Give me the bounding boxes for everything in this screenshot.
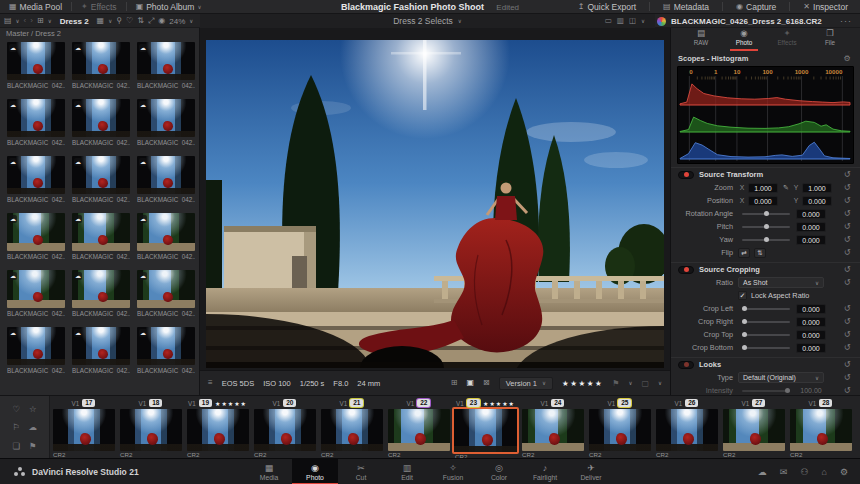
- tab-file[interactable]: ❒File: [815, 29, 845, 50]
- media-thumbnail[interactable]: ☁BLACKMAGIC_042...: [72, 327, 130, 384]
- reset-icon[interactable]: ↺: [841, 304, 853, 313]
- media-thumbnail[interactable]: ☁BLACKMAGIC_042...: [72, 270, 130, 327]
- scopes-settings-icon[interactable]: ⚙: [841, 54, 853, 63]
- media-thumbnail[interactable]: ☁BLACKMAGIC_042...: [7, 213, 65, 270]
- media-thumbnail[interactable]: ☁BLACKMAGIC_042...: [72, 156, 130, 213]
- tag-icon[interactable]: ❏: [12, 441, 20, 451]
- zoom-y-field[interactable]: 1.000: [802, 183, 832, 193]
- collaboration-icon[interactable]: ⚇: [800, 467, 808, 477]
- flag-icon[interactable]: ⚑: [612, 379, 619, 388]
- expand-icon[interactable]: ⤢: [148, 17, 154, 25]
- media-thumbnail[interactable]: ☁BLACKMAGIC_042...: [137, 327, 195, 384]
- media-thumbnail[interactable]: ☁BLACKMAGIC_042...: [72, 42, 130, 99]
- position-x-field[interactable]: 0.000: [748, 196, 778, 206]
- page-tab-media[interactable]: ▦Media: [246, 459, 292, 484]
- split-view-icon[interactable]: ◫: [629, 17, 636, 25]
- flag-icon[interactable]: ⚑: [29, 441, 37, 451]
- settings-gear-icon[interactable]: ⚙: [840, 467, 848, 477]
- bin-list-icon[interactable]: ▤: [4, 17, 12, 25]
- media-thumbnail[interactable]: ☁BLACKMAGIC_042...: [137, 213, 195, 270]
- yaw-field[interactable]: 0.000: [796, 235, 826, 245]
- media-thumbnail[interactable]: ☁BLACKMAGIC_042...: [7, 99, 65, 156]
- reset-icon[interactable]: ↺: [841, 373, 853, 382]
- media-thumbnail[interactable]: ☁BLACKMAGIC_042...: [72, 99, 130, 156]
- media-thumbnail[interactable]: ☁BLACKMAGIC_042...: [137, 270, 195, 327]
- flip-horizontal-button[interactable]: ⇄: [738, 248, 750, 258]
- grid-view-icon[interactable]: ▦: [97, 17, 105, 25]
- reset-icon[interactable]: ↺: [841, 196, 853, 205]
- media-thumbnail[interactable]: ☁BLACKMAGIC_042...: [137, 156, 195, 213]
- timeline-clip[interactable]: V117CR2: [50, 398, 117, 459]
- viewer-rating[interactable]: ★★★★★: [562, 379, 603, 388]
- crop-left-slider[interactable]: [742, 308, 790, 310]
- media-thumbnail[interactable]: ☁BLACKMAGIC_042...: [7, 270, 65, 327]
- reset-icon[interactable]: ↺: [841, 248, 853, 257]
- timeline-clip[interactable]: V123★★★★★CR2: [452, 398, 519, 459]
- reset-icon[interactable]: ↺: [841, 265, 853, 274]
- page-tab-photo[interactable]: ◉Photo: [292, 459, 338, 484]
- inspector-button[interactable]: ✕Inspector: [799, 0, 852, 14]
- crop-top-field[interactable]: 0.000: [796, 330, 826, 340]
- reset-icon[interactable]: ↺: [841, 222, 853, 231]
- looks-toggle[interactable]: [678, 361, 694, 369]
- look-type-dropdown[interactable]: Default (Original)∨: [738, 372, 824, 383]
- remove-still-icon[interactable]: ⊠: [483, 379, 490, 387]
- media-thumbnail[interactable]: ☁BLACKMAGIC_042...: [137, 99, 195, 156]
- pitch-field[interactable]: 0.000: [796, 222, 826, 232]
- timeline-clip[interactable]: V122CR2: [385, 398, 452, 459]
- timeline-clip[interactable]: V118CR2: [117, 398, 184, 459]
- tab-raw[interactable]: ▤RAW: [686, 29, 716, 50]
- crop-left-field[interactable]: 0.000: [796, 304, 826, 314]
- bookmark-icon[interactable]: ⚐: [12, 422, 20, 432]
- metadata-button[interactable]: ▤Metadata: [659, 0, 713, 14]
- intensity-slider[interactable]: [742, 390, 790, 392]
- photo-preview[interactable]: [206, 40, 664, 368]
- reset-icon[interactable]: ↺: [841, 386, 853, 395]
- forward-icon[interactable]: ›: [30, 17, 33, 25]
- camera-badge-icon[interactable]: ◉: [158, 17, 165, 25]
- reset-icon[interactable]: ↺: [841, 360, 853, 369]
- page-tab-color[interactable]: ◎Color: [476, 459, 522, 484]
- label-box-icon[interactable]: ▢: [641, 379, 649, 388]
- yaw-slider[interactable]: [742, 239, 790, 241]
- crop-right-field[interactable]: 0.000: [796, 317, 826, 327]
- thumbnail-zoom-level[interactable]: 24%: [169, 17, 185, 26]
- quick-export-button[interactable]: ↥Quick Export: [574, 0, 640, 14]
- media-thumbnail[interactable]: ☁BLACKMAGIC_042...: [7, 42, 65, 99]
- cloud-icon[interactable]: ☁: [29, 422, 38, 432]
- reset-icon[interactable]: ↺: [841, 317, 853, 326]
- page-tab-edit[interactable]: ▥Edit: [384, 459, 430, 484]
- search-icon[interactable]: ⚲: [116, 17, 122, 25]
- position-y-field[interactable]: 0.000: [802, 196, 832, 206]
- reset-icon[interactable]: ↺: [841, 343, 853, 352]
- reset-icon[interactable]: ↺: [841, 209, 853, 218]
- page-tab-cut[interactable]: ✂Cut: [338, 459, 384, 484]
- page-tab-deliver[interactable]: ✈Deliver: [568, 459, 614, 484]
- media-pool-button[interactable]: ▦Media Pool: [5, 0, 66, 14]
- effects-button[interactable]: ✦Effects: [77, 0, 121, 14]
- reset-icon[interactable]: ↺: [841, 183, 853, 192]
- timeline-clip[interactable]: V128CR2: [787, 398, 854, 459]
- timeline-clip[interactable]: V127CR2: [720, 398, 787, 459]
- chat-icon[interactable]: ✉: [780, 467, 788, 477]
- ratio-dropdown[interactable]: As Shot∨: [738, 277, 824, 288]
- lock-aspect-checkbox[interactable]: ✓: [738, 291, 747, 300]
- source-cropping-toggle[interactable]: [678, 266, 694, 274]
- media-thumbnail[interactable]: ☁BLACKMAGIC_042...: [7, 156, 65, 213]
- options-menu-icon[interactable]: ···: [840, 16, 852, 26]
- timeline-clip[interactable]: V124CR2: [519, 398, 586, 459]
- photo-album-button[interactable]: ▣Photo Album∨: [132, 0, 206, 14]
- pitch-slider[interactable]: [742, 226, 790, 228]
- flip-vertical-button[interactable]: ⇅: [754, 248, 766, 258]
- crop-bottom-field[interactable]: 0.000: [796, 343, 826, 353]
- reset-icon[interactable]: ↺: [841, 278, 853, 287]
- image-icon[interactable]: ▣: [467, 379, 475, 387]
- selects-dropdown[interactable]: Dress 2 Selects: [393, 16, 453, 26]
- tab-photo[interactable]: ◉Photo: [729, 29, 759, 50]
- heart-filter-icon[interactable]: ♡: [126, 17, 133, 25]
- link-xy-icon[interactable]: ✎: [780, 184, 792, 192]
- reset-icon[interactable]: ↺: [841, 330, 853, 339]
- star-icon[interactable]: ☆: [29, 404, 37, 414]
- project-manager-icon[interactable]: ⌂: [821, 467, 826, 477]
- reset-icon[interactable]: ↺: [841, 235, 853, 244]
